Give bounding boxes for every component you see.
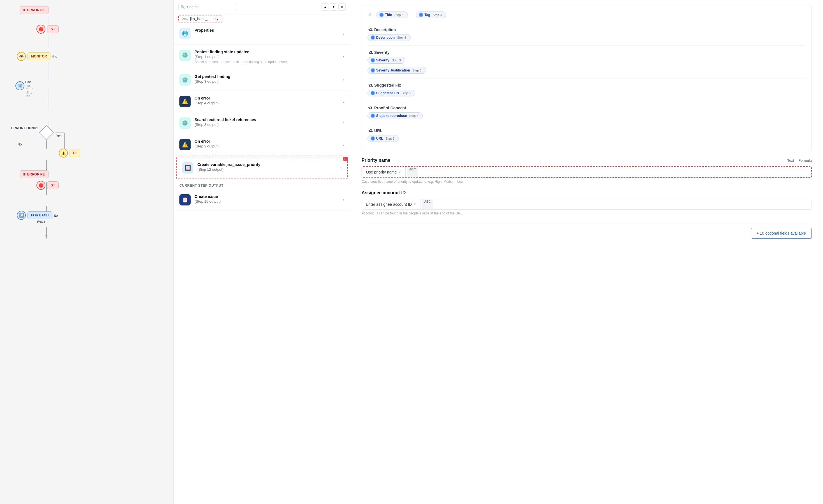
ri-node: ⚠️ RI: [59, 149, 80, 158]
current-step-output-label: Current step output: [174, 180, 350, 189]
svg-rect-5: [39, 126, 53, 140]
config-panel: h1. Title Step 3 - Tag Step 3 h3. Descri…: [350, 0, 823, 504]
step-item-on-error-4[interactable]: ⚠️ On error (Step 4 output) ›: [174, 91, 350, 113]
url-token-icon: [370, 136, 375, 141]
step-icon-blue-1: 🔲: [182, 162, 193, 174]
steps-reproduce-token-icon: [370, 114, 375, 118]
for-each-node: ↗️ FOR EACH ite: [17, 211, 58, 220]
severity-just-token-icon: [370, 68, 375, 72]
priority-text-input[interactable]: [419, 167, 811, 177]
step-arrow-2: ›: [343, 77, 344, 82]
severity-h3-label: h3. Severity: [367, 50, 806, 55]
step-item-create-variable[interactable]: 🔲 Create variable jira_issue_priority (S…: [176, 157, 348, 179]
search-next-button[interactable]: ▼: [330, 3, 337, 11]
create-node: Cre Th..."h..."Jir...iss... ⚙️: [25, 80, 33, 98]
step-arrow-5: ›: [343, 142, 344, 147]
step-item-search-external[interactable]: ⚙️ Search external ticket references (St…: [174, 113, 350, 134]
st-node-2: 🛑 ST: [36, 181, 58, 190]
no-label: No: [17, 142, 22, 146]
desc-proof-row: Steps to reproduce Step 3: [367, 113, 806, 119]
variable-tag-area: ABC jira_issue_priority: [174, 14, 350, 23]
priority-name-section: Priority name Text Formula Use priority …: [362, 158, 812, 184]
desc-severity-row: Severity Step 3: [367, 57, 806, 64]
suggested-fix-token[interactable]: Suggested Fix Step 3: [367, 90, 415, 97]
desc-suggested-fix-row: Suggested Fix Step 3: [367, 90, 806, 97]
priority-dropdown-arrow: ▼: [398, 171, 401, 174]
step-arrow-6: ›: [340, 165, 342, 170]
priority-abc-badge: ABC: [407, 167, 419, 177]
yes-label: Yes: [56, 134, 62, 138]
text-tab[interactable]: Text: [787, 158, 794, 163]
divider-4: [367, 101, 806, 101]
assignee-label: Assignee account ID: [362, 190, 812, 195]
step-icon-dark-1: ⚠️: [179, 96, 191, 107]
proof-h3-label: h3. Proof of Concept: [367, 106, 806, 110]
suggested-fix-h3-label: h3. Suggested Fix: [367, 83, 806, 88]
formula-tab[interactable]: Formula: [798, 158, 812, 163]
url-token[interactable]: URL Step 3: [367, 135, 399, 142]
assignee-abc-badge: ABC: [422, 199, 433, 209]
desc-description-row: Description Step 3: [367, 34, 806, 41]
error-found-label: ERROR FOUND?: [11, 126, 38, 130]
assignee-section: Assignee account ID Enter assignee accou…: [362, 190, 812, 215]
step-item-create-issue[interactable]: 📋 Create issue (Step 16 output) ›: [174, 189, 350, 211]
severity-token[interactable]: Severity Step 3: [367, 57, 405, 64]
variable-tag: ABC jira_issue_priority: [178, 15, 222, 22]
priority-dropdown[interactable]: Use priority name ▼: [362, 167, 405, 177]
search-close-button[interactable]: ✕: [338, 3, 346, 11]
title-token[interactable]: Title Step 3: [376, 11, 407, 18]
desc-h1-row: h1. Title Step 3 - Tag Step 3: [367, 11, 806, 18]
optional-fields-area: + 10 optional fields available: [362, 222, 812, 238]
divider-1: [367, 23, 806, 23]
assignee-input-row: Enter assignee account ID ▼ ABC: [362, 199, 812, 210]
assignee-dropdown-arrow: ▼: [414, 203, 416, 206]
step-icon-teal-3: ⚙️: [179, 118, 191, 129]
search-input[interactable]: [178, 3, 237, 11]
description-token-icon: [370, 35, 375, 40]
workflow-canvas: IF ERROR PE 🛑 ST 👁️ MONITOR the Cre Th..…: [0, 0, 174, 504]
step-arrow-3: ›: [343, 99, 344, 104]
step-item-on-error-9[interactable]: ⚠️ On error (Step 9 output) ›: [174, 134, 350, 156]
monitor-node: 👁️ MONITOR the: [17, 52, 57, 61]
step-icon-teal-1: ⚙️: [179, 50, 191, 61]
step-list-panel: ▲ ▼ ✕ ABC jira_issue_priority 🌐 Properti…: [174, 0, 350, 504]
step-icon-dark-2: ⚠️: [179, 139, 191, 150]
step-arrow-1: ›: [343, 54, 344, 59]
step-arrow-create-issue: ›: [343, 197, 344, 202]
if-error-node-1: IF ERROR PE: [20, 6, 48, 14]
tag-token-icon: [419, 13, 423, 17]
divider-3: [367, 78, 806, 78]
priority-input-row: Use priority name ▼ ABC: [362, 166, 812, 178]
step-item-get-pentest[interactable]: ⚙️ Get pentest finding (Step 3 output) ›: [174, 69, 350, 91]
search-bar: ▲ ▼ ✕: [174, 0, 350, 14]
priority-name-label: Priority name: [362, 158, 390, 163]
step-item-pentest-state[interactable]: ⚙️ Pentest finding state updated (Step 1…: [174, 44, 350, 69]
step-icon-teal-2: ⚙️: [179, 74, 191, 86]
severity-token-icon: [370, 58, 375, 62]
severity-just-token[interactable]: Severity Justification Step 3: [367, 67, 426, 74]
step-icon-darkblue: 📋: [179, 194, 191, 205]
priority-header: Priority name Text Formula: [362, 158, 812, 163]
steps-reproduce-token[interactable]: Steps to reproduce Step 3: [367, 113, 423, 119]
step-arrow-4: ›: [343, 121, 344, 126]
desc-url-row: URL Step 3: [367, 135, 806, 142]
steps-label-node: steps: [36, 219, 45, 223]
tag-token[interactable]: Tag Step 3: [416, 11, 446, 18]
title-token-icon: [379, 13, 384, 17]
suggested-fix-token-icon: [370, 91, 375, 95]
text-formula-tabs: Text Formula: [787, 158, 812, 163]
description-token[interactable]: Description Step 3: [367, 34, 410, 41]
search-prev-button[interactable]: ▲: [322, 3, 329, 11]
divider-2: [367, 45, 806, 46]
description-block: h1. Title Step 3 - Tag Step 3 h3. Descri…: [362, 6, 812, 151]
assignee-dropdown[interactable]: Enter assignee account ID ▼: [362, 199, 421, 209]
svg-marker-13: [45, 235, 48, 239]
step-icon-globe: 🌐: [179, 28, 191, 39]
search-nav: ▲ ▼ ✕: [322, 3, 346, 11]
url-h3-label: h3. URL: [367, 128, 806, 133]
step-item-properties[interactable]: 🌐 Properties ›: [174, 23, 350, 44]
optional-fields-button[interactable]: + 10 optional fields available: [751, 228, 812, 238]
assignee-hint: Account ID can be found in the people's …: [362, 211, 812, 215]
assignee-text-input[interactable]: [435, 199, 812, 209]
if-error-node-2: IF ERROR PE: [20, 170, 48, 178]
